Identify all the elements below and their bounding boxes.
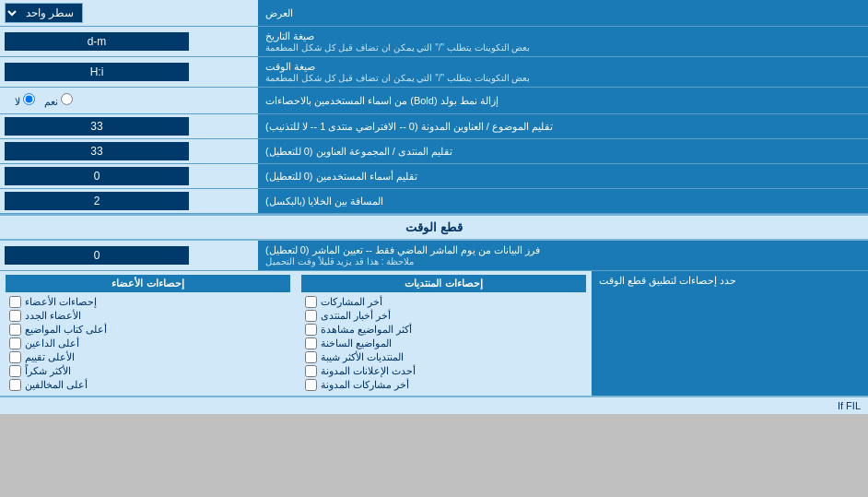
members-stats-header: إحصاءات الأعضاء [6, 275, 290, 292]
time-format-input[interactable] [5, 63, 189, 81]
space-input[interactable] [5, 192, 189, 210]
cb-last-blog-posts[interactable] [305, 379, 317, 391]
topics-order-label: تقليم الموضوع / العناوين المدونة (0 -- ا… [258, 114, 868, 138]
forum-order-label: تقليم المنتدى / المجموعة العناوين (0 للت… [258, 139, 868, 163]
space-row: المسافة بين الخلايا (بالبكسل) [0, 189, 868, 214]
cb-item: أعلى المخالفين [6, 378, 290, 392]
realtime-label: فرز البيانات من يوم الماشر الماضي فقط --… [258, 241, 868, 270]
cb-item: أعلى كتاب المواضيع [6, 323, 290, 337]
display-dropdown[interactable]: سطر واحد سطران ثلاثة أسطر [5, 3, 83, 23]
space-label: المسافة بين الخلايا (بالبكسل) [258, 189, 868, 213]
topics-order-input[interactable] [5, 117, 189, 136]
topics-order-row: تقليم الموضوع / العناوين المدونة (0 -- ا… [0, 114, 868, 139]
realtime-input-cell [0, 241, 258, 270]
page-title: العرض [258, 0, 868, 26]
time-format-row: صيغة الوقت بعض التكوينات يتطلب "/" التي … [0, 57, 868, 88]
cb-latest-announcements[interactable] [305, 365, 317, 377]
title-row: العرض سطر واحد سطران ثلاثة أسطر [0, 0, 868, 27]
if-fil-text: If FIL [838, 400, 861, 411]
cb-item: إحصاءات الأعضاء [6, 295, 290, 309]
forums-stats-header: إحصاءات المنتديات [301, 275, 586, 292]
users-trim-row: تقليم أسماء المستخدمين (0 للتعطيل) [0, 164, 868, 189]
realtime-input[interactable] [5, 246, 189, 265]
cb-item: أعلى الداعين [6, 337, 290, 350]
cb-hot-topics[interactable] [305, 337, 317, 349]
cb-top-inviters[interactable] [9, 337, 21, 349]
cb-top-rated[interactable] [9, 351, 21, 363]
date-format-label: صيغة التاريخ بعض التكوينات يتطلب "/" الت… [258, 27, 868, 56]
forum-order-input[interactable] [5, 142, 189, 160]
time-format-label: صيغة الوقت بعض التكوينات يتطلب "/" التي … [258, 57, 868, 87]
date-format-input[interactable] [5, 32, 189, 51]
cb-item: أخر مشاركات المدونة [301, 378, 586, 392]
cb-item: الأعلى تقييم [6, 350, 290, 364]
topics-order-input-cell [0, 114, 258, 138]
cb-item: المنتديات الأكثر شيبة [301, 350, 586, 364]
bold-yes-label: نعم [44, 93, 73, 108]
cb-item: أخر المشاركات [301, 295, 586, 309]
cb-most-thanked[interactable] [9, 365, 21, 377]
bold-radio-cell: نعم لا [0, 88, 258, 113]
bold-row: إزالة نمط بولد (Bold) من اسماء المستخدمي… [0, 88, 868, 114]
bold-no-label: لا [15, 93, 35, 108]
limit-label: حدد إحصاءات لتطبيق قطع الوقت [592, 271, 868, 396]
time-format-input-cell [0, 57, 258, 87]
page-container: العرض سطر واحد سطران ثلاثة أسطر صيغة الت… [0, 0, 868, 414]
cb-most-popular-forums[interactable] [305, 351, 317, 363]
cb-new-members[interactable] [9, 310, 21, 322]
space-input-cell [0, 189, 258, 213]
cb-last-posts[interactable] [305, 296, 317, 308]
users-trim-input[interactable] [5, 167, 189, 185]
cb-item: أحدث الإعلانات المدونة [301, 364, 586, 378]
cb-item: أخر أخبار المنتدى [301, 309, 586, 323]
cb-top-topic-writers[interactable] [9, 324, 21, 336]
cb-item: أكثر المواضيع مشاهدة [301, 323, 586, 337]
cb-top-violators[interactable] [9, 379, 21, 391]
cb-item: المواضيع الساخنة [301, 337, 586, 350]
cb-item: الأعضاء الجدد [6, 309, 290, 323]
forum-order-row: تقليم المنتدى / المجموعة العناوين (0 للت… [0, 139, 868, 164]
cb-forum-news[interactable] [305, 310, 317, 322]
realtime-row: فرز البيانات من يوم الماشر الماضي فقط --… [0, 241, 868, 271]
realtime-section-header: قطع الوقت [0, 214, 868, 241]
bold-radio-group: نعم لا [7, 90, 80, 111]
date-format-input-cell [0, 27, 258, 56]
bold-label: إزالة نمط بولد (Bold) من اسماء المستخدمي… [258, 88, 868, 113]
date-format-row: صيغة التاريخ بعض التكوينات يتطلب "/" الت… [0, 27, 868, 57]
forums-stats-col: إحصاءات المنتديات أخر المشاركات أخر أخبا… [296, 271, 592, 396]
checkboxes-section: حدد إحصاءات لتطبيق قطع الوقت إحصاءات الم… [0, 271, 868, 396]
if-fil-row: If FIL [0, 396, 868, 414]
cb-most-viewed[interactable] [305, 324, 317, 336]
bold-no-radio[interactable] [23, 93, 35, 105]
forum-order-input-cell [0, 139, 258, 163]
members-stats-col: إحصاءات الأعضاء إحصاءات الأعضاء الأعضاء … [0, 271, 296, 396]
bold-yes-radio[interactable] [61, 93, 73, 105]
cb-item: الأكثر شكراً [6, 364, 290, 378]
cb-members-stats[interactable] [9, 296, 21, 308]
dropdown-cell: سطر واحد سطران ثلاثة أسطر [0, 0, 258, 26]
users-trim-input-cell [0, 164, 258, 188]
users-trim-label: تقليم أسماء المستخدمين (0 للتعطيل) [258, 164, 868, 188]
